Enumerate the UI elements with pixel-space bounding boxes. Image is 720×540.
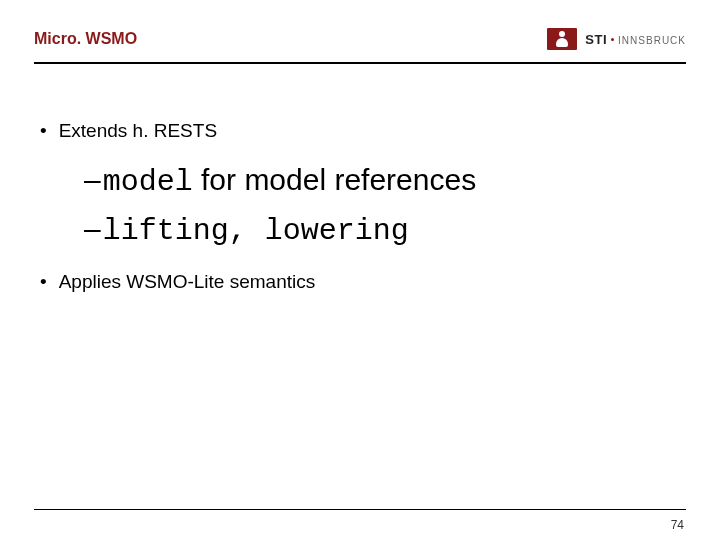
content-area: Extends h. RESTS –model for model refere… <box>40 120 680 293</box>
person-icon <box>555 31 569 47</box>
header-divider <box>34 62 686 64</box>
sub-bullet-lifting: –lifting, lowering <box>84 209 680 252</box>
logo: STI INNSBRUCK <box>547 28 686 50</box>
bullet-applies: Applies WSMO-Lite semantics <box>40 271 680 293</box>
footer-divider <box>34 509 686 510</box>
bullet-extends: Extends h. RESTS <box>40 120 680 142</box>
dash-icon: – <box>84 163 101 196</box>
logo-text: STI INNSBRUCK <box>585 32 686 47</box>
slide: Micro. WSMO STI INNSBRUCK Extends h. RES… <box>0 0 720 540</box>
text-model-rest: for model references <box>193 163 476 196</box>
header-row: Micro. WSMO STI INNSBRUCK <box>0 28 720 50</box>
logo-innsbruck-label: INNSBRUCK <box>618 35 686 46</box>
logo-mark-icon <box>547 28 577 50</box>
dash-icon: – <box>84 212 101 245</box>
code-model: model <box>103 165 193 199</box>
logo-sti-label: STI <box>585 32 607 47</box>
slide-title: Micro. WSMO <box>34 30 137 48</box>
logo-separator-icon <box>611 38 614 41</box>
code-lifting: lifting, lowering <box>103 214 409 248</box>
sub-bullet-model: –model for model references <box>84 160 680 203</box>
page-number: 74 <box>671 518 684 532</box>
